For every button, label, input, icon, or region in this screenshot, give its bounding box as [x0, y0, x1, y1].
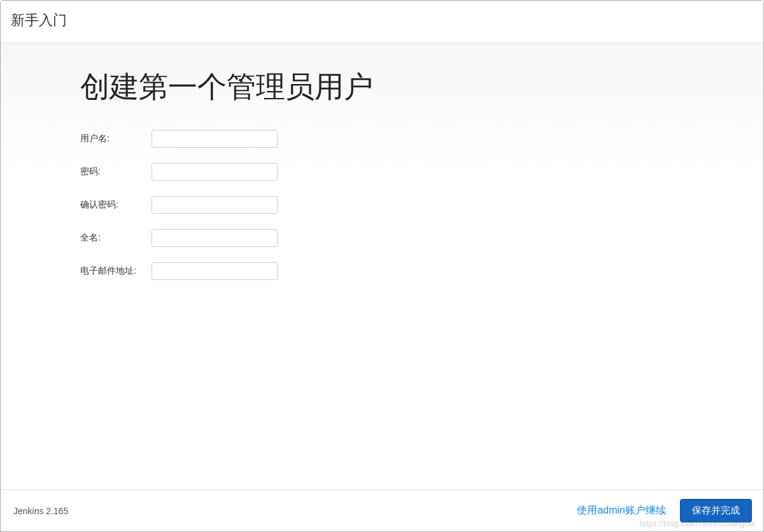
- password-label: 密码:: [80, 163, 152, 196]
- admin-user-form: 用户名: 密码: 确认密码: 全名:: [80, 130, 278, 295]
- password-input[interactable]: [152, 163, 278, 181]
- fullname-input[interactable]: [152, 229, 278, 247]
- continue-as-admin-button[interactable]: 使用admin账户继续: [577, 504, 666, 517]
- email-input[interactable]: [152, 262, 278, 280]
- wizard-footer: Jenkins 2.165 使用admin账户继续 保存并完成: [1, 489, 763, 531]
- username-label: 用户名:: [80, 130, 152, 163]
- confirm-password-input[interactable]: [152, 196, 278, 214]
- email-label: 电子邮件地址:: [80, 262, 152, 295]
- wizard-header: 新手入门: [1, 1, 763, 43]
- wizard-header-title: 新手入门: [11, 11, 753, 30]
- confirm-password-label: 确认密码:: [80, 196, 152, 229]
- save-and-finish-button[interactable]: 保存并完成: [680, 499, 752, 522]
- fullname-label: 全名:: [80, 229, 152, 262]
- wizard-main: 创建第一个管理员用户 用户名: 密码: 确认密码:: [1, 43, 763, 489]
- version-text: Jenkins 2.165: [13, 506, 68, 516]
- username-input[interactable]: [152, 130, 278, 148]
- page-title: 创建第一个管理员用户: [80, 67, 738, 107]
